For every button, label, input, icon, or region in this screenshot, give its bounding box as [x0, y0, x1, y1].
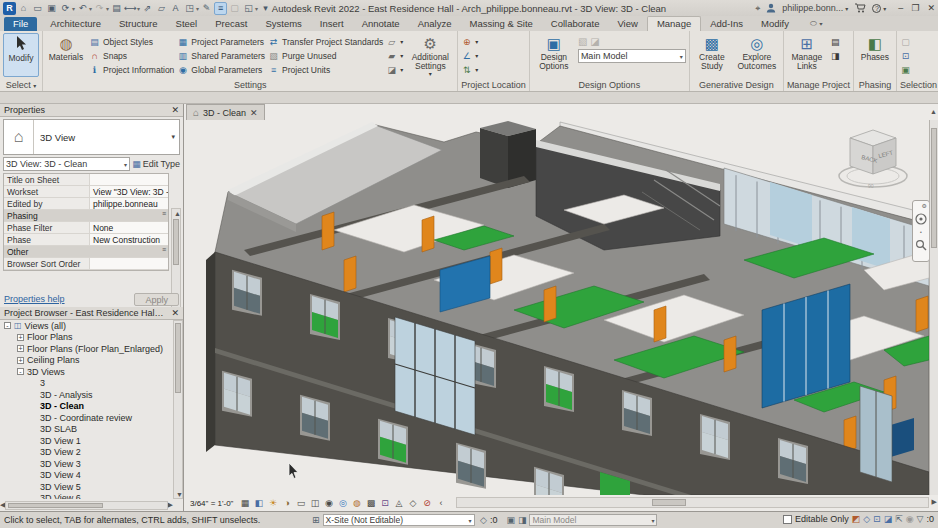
store-cart-icon[interactable] — [854, 3, 866, 13]
view-scale-button[interactable]: 3/64" = 1'-0" — [186, 498, 237, 509]
design-options-button[interactable]: ▣ Design Options — [533, 33, 575, 71]
worksets-icon[interactable]: ⊞ — [312, 515, 320, 525]
close-hidden-windows-button[interactable]: ▢ — [228, 2, 241, 15]
drag-on-selection-icon[interactable]: ◉ — [906, 514, 914, 524]
open-button[interactable]: ▭ — [31, 2, 44, 15]
design-option-select[interactable]: Main Model▾ — [578, 49, 686, 63]
position-button[interactable]: ⇅▾ — [461, 63, 478, 76]
exclude-options-icon[interactable]: ◩ — [852, 514, 861, 524]
crop-view-icon[interactable]: ▭ — [294, 497, 307, 510]
shadows-icon[interactable]: ◑ — [280, 497, 293, 510]
apply-button[interactable]: Apply — [134, 293, 179, 306]
tab-annotate[interactable]: Annotate — [353, 17, 409, 31]
expand-icon[interactable]: + — [17, 357, 24, 364]
tab-structure[interactable]: Structure — [110, 17, 167, 31]
tab-view[interactable]: View — [608, 17, 646, 31]
print-button[interactable]: ▤ — [110, 2, 123, 15]
active-workset-select[interactable]: X-Site (Not Editable)▾ — [323, 514, 475, 526]
thin-lines-button[interactable]: ≡ — [214, 2, 227, 15]
search-icon[interactable]: ⌖ — [755, 3, 760, 14]
panel-schedule-templates-button[interactable]: ◪▾ — [386, 63, 403, 76]
tree-item-floor-plans[interactable]: +Floor Plans — [0, 332, 173, 344]
browser-scrollbar-vertical[interactable] — [175, 323, 181, 393]
design-options-status-icon[interactable]: ▣ — [506, 515, 515, 525]
project-browser-close-icon[interactable]: ✕ — [171, 308, 179, 318]
sync-with-central-button[interactable]: ⟳ — [59, 2, 72, 15]
redo-button-dropdown-icon[interactable]: ▾ — [106, 5, 109, 12]
select-pinned-icon[interactable]: ◪ — [884, 514, 893, 524]
save-button[interactable]: ▣ — [45, 2, 58, 15]
navigation-bar[interactable]: ⚙ • — [912, 200, 930, 262]
browser-scroll-right-icon[interactable]: ▶ — [168, 501, 173, 509]
select-panel-label[interactable]: Select ▾ — [0, 80, 42, 91]
help-button[interactable]: ?▾ — [872, 4, 886, 13]
minimize-button[interactable]: – — [898, 3, 903, 13]
tree-item-3[interactable]: 3 — [0, 378, 173, 390]
drawing-area[interactable]: ⌂ 3D - Clean ✕ BACK LEFT 90 ⚙ • — [184, 104, 938, 511]
properties-scrollbar[interactable] — [173, 219, 179, 265]
highlight-displacement-icon[interactable]: ◇ — [406, 497, 419, 510]
zoom-tool-icon[interactable] — [915, 239, 927, 251]
manage-images-button[interactable]: ▤ — [830, 35, 841, 48]
lock-3d-view-icon[interactable]: ◉ — [322, 497, 335, 510]
redo-button[interactable]: ↷ — [93, 2, 106, 15]
settings-global-parameters-button[interactable]: ◉Global Parameters — [177, 63, 265, 76]
explore-outcomes-button[interactable]: ◎ Explore Outcomes — [734, 33, 780, 71]
settings-object-styles-button[interactable]: ▤Object Styles — [89, 35, 174, 48]
tab-steel[interactable]: Steel — [167, 17, 207, 31]
tab-insert[interactable]: Insert — [311, 17, 353, 31]
tree-item-3d-view-3[interactable]: 3D View 3 — [0, 458, 173, 470]
viewcube[interactable]: BACK LEFT 90 — [834, 124, 912, 198]
tab-manage[interactable]: Manage — [647, 16, 701, 31]
sync-with-central-button-dropdown-icon[interactable]: ▾ — [72, 5, 75, 12]
load-selection-button[interactable]: ⊡ — [900, 49, 911, 62]
collapse-icon[interactable]: - — [17, 368, 24, 375]
coordinates-button[interactable]: ∠▾ — [461, 49, 478, 62]
tree-item-3d-analysis[interactable]: 3D - Analysis — [0, 389, 173, 401]
tree-item-3d-clean[interactable]: 3D - Clean — [0, 401, 173, 413]
active-option-icon[interactable]: ◨ — [518, 515, 527, 525]
view-tab-3d-clean[interactable]: ⌂ 3D - Clean ✕ — [186, 104, 265, 120]
steering-wheel-icon[interactable] — [915, 213, 927, 225]
modify-tab-options-icon[interactable]: ⬭ ▾ — [806, 19, 827, 31]
measure-button[interactable]: ⟷ — [124, 2, 137, 15]
settings-project-units-button[interactable]: ≡Project Units — [268, 63, 383, 76]
revit-logo[interactable]: R — [3, 2, 16, 15]
expand-icon[interactable]: + — [17, 345, 24, 352]
settings-purge-unused-button[interactable]: ▧Purge Unused — [268, 49, 383, 62]
structural-settings-button[interactable]: ▱▾ — [386, 35, 403, 48]
select-underlay-icon[interactable]: ⊡ — [873, 514, 881, 524]
tree-item-3d-view-1[interactable]: 3D View 1 — [0, 435, 173, 447]
active-design-option-select[interactable]: Main Model▾ — [529, 514, 657, 526]
tree-item-3d-coordinate-review[interactable]: 3D - Coordinate review — [0, 412, 173, 424]
tag-button[interactable]: ▱ — [155, 2, 168, 15]
show-crop-region-icon[interactable]: ◫ — [308, 497, 321, 510]
detail-level-icon[interactable]: ▦ — [238, 497, 251, 510]
modify-button[interactable]: Modify — [3, 33, 39, 77]
edit-family-icon[interactable]: ◇ — [863, 514, 870, 524]
tree-item-views-all-[interactable]: -◫Views (all) — [0, 320, 173, 332]
restore-button[interactable]: ❐ — [911, 3, 919, 13]
default-3d-view-button[interactable]: ◳ — [183, 2, 196, 15]
switch-windows-button-dropdown-icon[interactable]: ▾ — [255, 5, 258, 12]
reveal-constraints-icon[interactable]: ⊘ — [420, 497, 433, 510]
measure-button-dropdown-icon[interactable]: ▾ — [137, 5, 140, 12]
selection-filter-icon[interactable]: ▽ — [917, 514, 924, 524]
canvas-scroll-up-icon[interactable]: ▲ — [930, 108, 937, 115]
tab-massing-site[interactable]: Massing & Site — [460, 17, 541, 31]
tree-item-floor-plans-floor-plan-enlarged-[interactable]: +Floor Plans (Floor Plan_Enlarged) — [0, 343, 173, 355]
temporary-hide-isolate-icon[interactable]: ◎ — [336, 497, 349, 510]
decal-types-button[interactable]: ◨ — [830, 49, 841, 62]
tab-file[interactable]: File — [4, 17, 37, 31]
tab-modify[interactable]: Modify — [752, 17, 798, 31]
collapse-viewbar-icon[interactable]: ‹ — [434, 497, 447, 510]
tree-item-3d-slab[interactable]: 3D SLAB — [0, 424, 173, 436]
aligned-dimension-button[interactable]: ⇗ — [141, 2, 154, 15]
tree-item-3d-view-4[interactable]: 3D View 4 — [0, 470, 173, 482]
text-button[interactable]: A — [169, 2, 182, 15]
edit-type-button[interactable]: ▦ Edit Type — [132, 159, 180, 169]
browser-scrollbar-horizontal[interactable] — [8, 503, 103, 508]
expand-icon[interactable]: + — [17, 334, 24, 341]
location-button[interactable]: ⊕▾ — [461, 35, 478, 48]
settings-project-parameters-button[interactable]: ▦Project Parameters — [177, 35, 265, 48]
